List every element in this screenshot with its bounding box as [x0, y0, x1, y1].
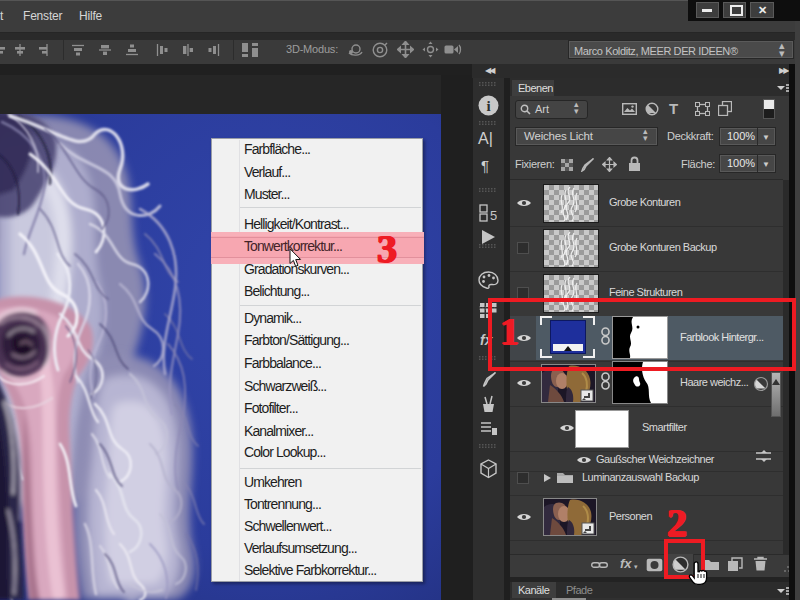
svg-text:i: i — [486, 98, 490, 114]
svg-text:5: 5 — [490, 208, 497, 222]
